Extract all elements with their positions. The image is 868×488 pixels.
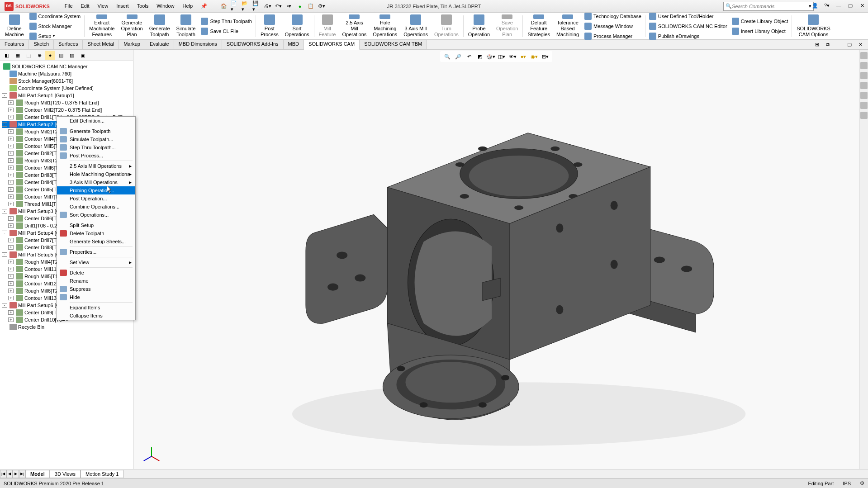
expand-icon[interactable]: - [2,252,7,257]
sort-operations-button[interactable]: Sort Operations [282,14,312,39]
expand-icon[interactable]: + [8,223,14,228]
expand-icon[interactable]: + [8,137,14,141]
display-style-icon[interactable]: ◫▾ [497,52,506,61]
nc-editor-button[interactable]: SOLIDWORKS CAM NC Editor [647,22,729,31]
tree-s1-contour[interactable]: +Contour Mill2[T20 - 0.375 Flat End] [2,106,131,114]
ctx-post-process[interactable]: Post Process... [57,152,135,160]
minimize-icon[interactable]: — [835,3,842,10]
expand-icon[interactable]: + [8,115,14,119]
expand-icon[interactable]: + [8,310,14,315]
generate-toolpath-button[interactable]: Generate Toolpath [147,14,173,39]
define-machine-button[interactable]: Define Machine [2,14,27,39]
tree-tab-4-icon[interactable]: ⊕ [34,51,44,60]
menu-view[interactable]: View [94,1,112,11]
ctx-combine-operations[interactable]: Combine Operations... [57,203,135,211]
tab-mbd[interactable]: MBD [284,40,304,49]
ctx-3-axis-mill[interactable]: 3 Axis Mill Operations▶ [57,178,135,186]
menu-help[interactable]: Help [179,1,196,11]
tree-machine[interactable]: Machine [Matsuura 760] [2,70,131,77]
insert-lib-button[interactable]: Insert Library Object [730,27,790,36]
close-icon[interactable]: ✕ [859,3,866,10]
options-icon[interactable]: 📋 [307,2,315,10]
extract-features-button[interactable]: Extract Machinable Features [86,14,117,39]
rebuild-icon[interactable]: ● [296,2,304,10]
expand-icon[interactable]: + [8,202,14,206]
zoom-area-icon[interactable]: 🔎 [454,52,463,61]
ctx-suppress[interactable]: Suppress [57,285,135,293]
tab-sw-addins[interactable]: SOLIDWORKS Add-Ins [222,40,284,49]
menu-window[interactable]: Window [153,1,178,11]
taskpane-forum-icon[interactable] [860,112,868,119]
msg-window-button[interactable]: Message Window [583,22,643,31]
taskpane-appearance-icon[interactable] [860,92,868,99]
taskpane-file-icon[interactable] [860,72,868,79]
ctx-generate-sheets[interactable]: Generate Setup Sheets... [57,237,135,246]
simulate-toolpath-button[interactable]: Simulate Toolpath [174,14,199,39]
ctx-properties[interactable]: Properties... [57,248,135,256]
tab-sketch[interactable]: Sketch [29,40,54,49]
tree-recycle[interactable]: Recycle Bin [2,323,131,331]
ctx-probing-operation[interactable]: Probing Operation... [57,186,135,194]
post-process-button[interactable]: Post Process [258,14,281,39]
expand-icon[interactable]: + [8,281,14,286]
user-tool-button[interactable]: User Defined Tool/Holder [647,12,729,21]
bottom-tab-3dviews[interactable]: 3D Views [50,470,81,478]
expand-icon[interactable]: + [8,100,14,105]
save-plan-button[interactable]: Save Operation Plan [493,14,521,39]
taskpane-home-icon[interactable] [860,52,868,59]
expand-icon[interactable]: + [8,108,14,112]
viewport-link-icon[interactable]: ⧉ [823,40,833,49]
expand-icon[interactable]: - [2,231,7,235]
expand-icon[interactable]: + [8,173,14,177]
ctx-set-view[interactable]: Set View▶ [57,258,135,266]
generate-plan-button[interactable]: Generate Operation Plan [118,14,145,39]
scene-icon[interactable]: ◉▾ [530,52,539,61]
tab-surfaces[interactable]: Surfaces [54,40,83,49]
step-thru-button[interactable]: Step Thru Toolpath [199,17,254,26]
expand-icon[interactable]: + [8,289,14,293]
save-icon[interactable]: 💾▾ [252,2,261,10]
ctx-generate-toolpath[interactable]: Generate Toolpath [57,127,135,135]
tree-tab-8-icon[interactable]: ▣ [78,51,88,60]
tree-setup1[interactable]: -Mill Part Setup1 [Group1] [2,92,131,99]
menu-pin[interactable]: 📌 [197,1,211,11]
setup-button[interactable]: Setup▾ [28,32,83,41]
taskpane-view-icon[interactable] [860,82,868,89]
menu-insert[interactable]: Insert [113,1,133,11]
tab-sw-cam[interactable]: SOLIDWORKS CAM [304,40,360,50]
expand-icon[interactable]: + [8,194,14,199]
tree-tab-6-icon[interactable]: ▥ [56,51,66,60]
stock-manager-button[interactable]: Stock Manager [28,22,83,31]
expand-icon[interactable]: - [2,303,7,308]
tab-nav-next-icon[interactable]: ▶ [13,470,19,478]
cam-options-button[interactable]: SOLIDWORKS CAM Options [794,14,833,39]
tech-db-button[interactable]: Technology Database [583,12,643,21]
expand-icon[interactable]: + [8,260,14,264]
tab-evaluate[interactable]: Evaluate [145,40,174,49]
expand-icon[interactable]: + [8,238,14,242]
menu-tools[interactable]: Tools [133,1,152,11]
undo-icon[interactable]: ↶▾ [274,2,282,10]
search-input[interactable] [732,4,809,9]
tree-tab-5-icon[interactable]: ● [45,51,55,60]
status-gear-icon[interactable]: ⚙ [860,480,864,486]
turn-ops-button[interactable]: Turn Operations [432,14,461,39]
axis25-button[interactable]: 2.5 Axis Mill Operations [340,14,370,39]
viewport-min-icon[interactable]: — [834,40,844,49]
appearance-icon[interactable]: ●▾ [519,52,528,61]
expand-icon[interactable]: - [2,93,7,98]
ctx-sort-operations[interactable]: Sort Operations... [57,211,135,219]
section-view-icon[interactable]: ◩ [475,52,484,61]
ctx-expand-items[interactable]: Expand Items [57,303,135,312]
save-cl-button[interactable]: Save CL File [199,27,254,36]
expand-icon[interactable]: + [8,245,14,250]
view-orient-icon[interactable]: 🎲▾ [486,52,495,61]
tab-mbd-dim[interactable]: MBD Dimensions [174,40,222,49]
tree-stock[interactable]: Stock Manager[6061-T6] [2,77,131,85]
viewport-max-icon[interactable]: ▢ [844,40,854,49]
ctx-25-axis-mill[interactable]: 2.5 Axis Mill Operations▶ [57,162,135,170]
default-strategies-button[interactable]: Default Feature Strategies [525,14,553,39]
ctx-split-setup[interactable]: Split Setup [57,221,135,229]
tree-tab-1-icon[interactable]: ◧ [2,51,12,60]
ctx-edit-definition[interactable]: Edit Definition... [57,117,135,125]
